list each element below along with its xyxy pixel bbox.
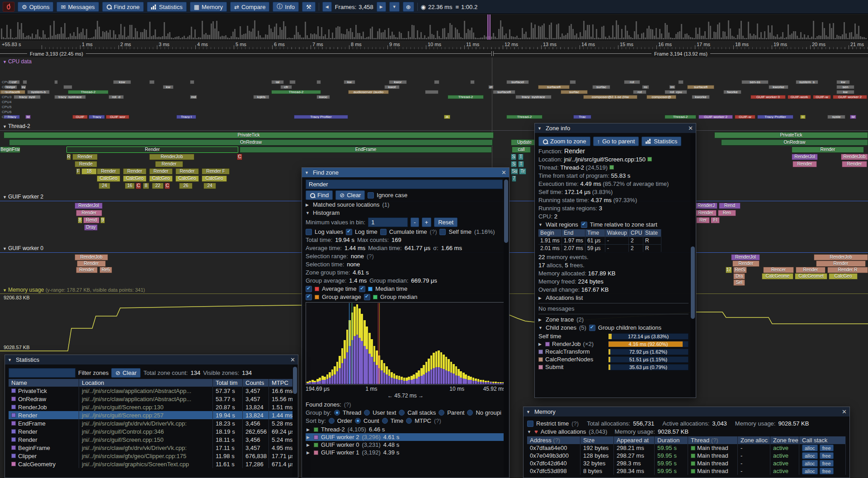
timeline-zone[interactable]: Rer	[696, 217, 710, 223]
mem-cell[interactable]: allocfree	[799, 467, 846, 475]
timeline-zone[interactable]: RenderJob	[149, 154, 194, 160]
timeline-zone[interactable]: CalcGeo	[97, 175, 120, 182]
cpu-zone[interactable]: sen-ss	[741, 80, 769, 84]
cpu-zone[interactable]: kgkts	[253, 95, 269, 99]
stats-cell[interactable]: 18.23 s	[213, 419, 243, 427]
child-zones-label[interactable]: Child zones	[546, 324, 576, 331]
cpu-zone[interactable]: et	[488, 85, 494, 89]
timeline-zone[interactable]: CalcGeo	[175, 175, 199, 182]
cpu-zone[interactable]: GUIF-w	[813, 95, 831, 99]
stats-cell[interactable]: jni/../jni/src/claw/gfx/geo/Clipper.cpp:…	[79, 452, 213, 460]
collapse-icon[interactable]: ▼	[305, 170, 309, 175]
cpu-zone[interactable]: md	[190, 95, 197, 99]
cpu-zone[interactable]	[289, 80, 296, 84]
stats-cell[interactable]: Render	[9, 435, 79, 444]
cpu-zone[interactable]: Tracy Profiler	[757, 115, 793, 119]
timeline-zone[interactable]: Re5	[99, 267, 112, 273]
cpu-zone[interactable]: tracy_systrace	[54, 95, 86, 99]
timeline-zone[interactable]: 24	[99, 183, 110, 189]
stats-cell[interactable]: 1.44 ms	[269, 411, 294, 419]
timeline-zone[interactable]: CalcGeome	[762, 273, 793, 279]
cpu-zone[interactable]: ial	[271, 80, 284, 84]
timeline-zone[interactable]: T	[518, 154, 524, 160]
group-median-checkbox[interactable]	[364, 294, 370, 300]
frame-overview-strip[interactable]	[0, 14, 868, 40]
cpu-zone[interactable]: kw	[836, 80, 850, 84]
mem-cell[interactable]: Main thread	[688, 452, 738, 459]
cpu-zone[interactable]	[570, 80, 576, 84]
stats-cell[interactable]: BeginFrame	[9, 444, 79, 452]
cpu-zone[interactable]: GUIF wor	[106, 115, 129, 119]
cpu-zone[interactable]: kworke	[769, 85, 788, 89]
toolbar-button-messages[interactable]: ✉Messages	[57, 2, 99, 12]
filter-input[interactable]	[9, 368, 75, 378]
cpu-zone[interactable]: composer@2.1-se (Hw	[583, 95, 637, 99]
mem-cell[interactable]: active	[770, 459, 799, 467]
timeline-zone[interactable]: Render	[77, 260, 106, 267]
cpu-zone[interactable]: cfr	[280, 85, 292, 89]
prev-frame-button[interactable]: ◀	[322, 2, 332, 12]
stats-cell[interactable]: 3,457	[243, 444, 269, 452]
clear-button[interactable]: ⊘Clear	[335, 190, 365, 200]
statistics-titlebar[interactable]: ▼ Statistics ✕	[5, 355, 298, 364]
restrict-time-checkbox[interactable]	[527, 421, 533, 427]
timeline-zone[interactable]: Render	[793, 161, 817, 167]
timeline-zone[interactable]: Dra	[733, 273, 745, 279]
collapse-icon[interactable]: ▼	[538, 222, 543, 227]
mem-cell[interactable]: allocfree	[799, 452, 846, 459]
group-average-checkbox[interactable]	[306, 294, 312, 300]
self-time-checkbox[interactable]	[439, 229, 446, 235]
toolbar-button-tools[interactable]: ⚒	[302, 2, 316, 12]
mem-col-header[interactable]: Call stack	[799, 436, 846, 444]
mem-cell[interactable]: active	[770, 452, 799, 459]
cpu-zone[interactable]: syste	[827, 115, 845, 119]
cpu-zone[interactable]: A	[444, 115, 450, 119]
cpu-zone[interactable]: surfacefl	[538, 85, 570, 89]
mem-col-header[interactable]: Zone alloc	[738, 436, 770, 444]
mem-cell[interactable]: -	[738, 459, 770, 467]
alloc-callstack-button[interactable]: alloc	[802, 445, 818, 451]
histogram-section-label[interactable]: Histogram	[313, 209, 340, 216]
timeline-zone[interactable]: CalcGeomet	[795, 273, 827, 279]
stats-col-header[interactable]: Name	[9, 379, 79, 387]
mem-cell[interactable]: Main thread	[688, 467, 738, 475]
clear-filter-button[interactable]: ⊘Clear	[111, 368, 141, 378]
stats-cell[interactable]: 3,456	[243, 435, 269, 444]
increment-button[interactable]: +	[422, 218, 432, 227]
timeline-zone[interactable]: S	[511, 161, 517, 167]
stats-col-header[interactable]: MTPC	[269, 379, 294, 387]
timeline-zone[interactable]: CalcGeo	[149, 175, 173, 182]
stats-cell[interactable]: jni/../jni/src/guif/Screen.cpp:150	[79, 435, 213, 444]
alloc-callstack-button[interactable]: alloc	[802, 460, 818, 467]
stats-cell[interactable]: 17,286	[243, 460, 269, 468]
stats-cell[interactable]: jni/../jni/src/claw/gfx/drv/vk/DriverVk.…	[79, 444, 213, 452]
expand-icon[interactable]: ▶	[307, 443, 311, 447]
mem-cell[interactable]: Main thread	[688, 459, 738, 467]
alloc-callstack-button[interactable]: alloc	[802, 468, 818, 474]
timeline-zone[interactable]: Render	[695, 210, 717, 216]
timeline-zone[interactable]: Rend	[719, 203, 741, 209]
mem-col-header[interactable]: Address (?)	[527, 436, 580, 444]
wait-regions-label[interactable]: Wait regions	[546, 221, 578, 228]
cpu-zone[interactable]	[425, 90, 439, 94]
thread-header-guif-worker-2[interactable]: ▼GUIF worker 2	[3, 194, 43, 200]
mem-cell[interactable]: 0x7dfc42d640	[527, 459, 580, 467]
mem-cell[interactable]: -	[738, 444, 770, 452]
stats-cell[interactable]: Clipper	[9, 452, 79, 460]
mem-cell[interactable]: 298.34 ms	[614, 467, 655, 475]
collapse-icon[interactable]: ▼	[3, 195, 7, 199]
free-callstack-button[interactable]: free	[820, 460, 834, 467]
collapse-icon[interactable]: ▼	[527, 430, 532, 434]
timeline-zone[interactable]: Render	[816, 260, 866, 267]
cpu-zone[interactable]: I	[800, 115, 806, 119]
cpu-zone[interactable]: surfacefl	[687, 85, 714, 89]
mem-cell[interactable]: 0x7e049b3d00	[527, 452, 580, 459]
zone-trace-label[interactable]: Zone trace	[546, 316, 574, 323]
mem-cell[interactable]: 298.21 ms	[614, 444, 655, 452]
cpu-zone[interactable]: Trac	[573, 115, 591, 119]
timeline-zone[interactable]: Ren	[718, 210, 736, 216]
timeline-zone[interactable]: Render	[97, 168, 120, 175]
mem-cell[interactable]: -	[738, 452, 770, 459]
cpu-zone[interactable]	[54, 80, 58, 84]
mem-cell[interactable]: 192 bytes	[580, 444, 614, 452]
